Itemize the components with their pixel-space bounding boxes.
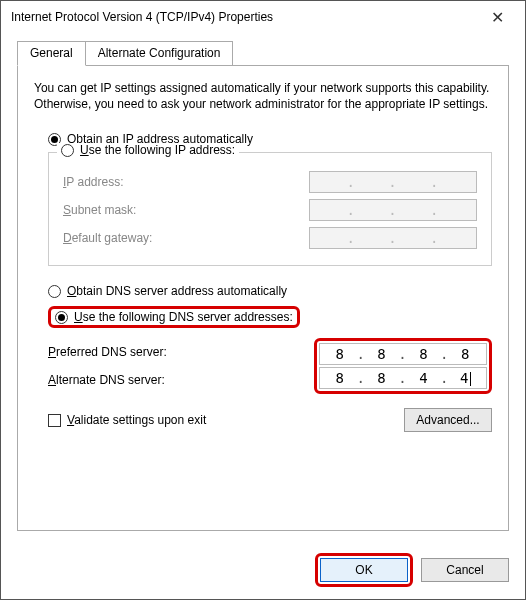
radio-icon — [48, 285, 61, 298]
advanced-button[interactable]: Advanced... — [404, 408, 492, 432]
checkbox-validate[interactable] — [48, 414, 61, 427]
group-use-ip: Use the following IP address: IP address… — [48, 152, 492, 266]
label-alternate-dns: Alternate DNS server: — [48, 369, 314, 391]
input-ip-address: ... — [309, 171, 477, 193]
tabpanel-general: You can get IP settings assigned automat… — [17, 65, 509, 531]
description-text: You can get IP settings assigned automat… — [34, 80, 492, 112]
radio-icon — [55, 311, 68, 324]
label-validate: Validate settings upon exit — [67, 413, 206, 427]
highlight-use-dns: Use the following DNS server addresses: — [48, 306, 300, 328]
input-preferred-dns[interactable]: 8. 8. 8. 8 — [319, 343, 487, 365]
close-icon[interactable]: ✕ — [477, 8, 517, 27]
radio-use-dns[interactable]: Use the following DNS server addresses: — [48, 306, 492, 328]
label-preferred-dns: Preferred DNS server: — [48, 341, 314, 363]
field-ip-address: IP address: ... — [63, 171, 477, 193]
bottom-row: Validate settings upon exit Advanced... — [48, 408, 492, 432]
content-area: General Alternate Configuration You can … — [1, 33, 525, 543]
field-subnet-mask: Subnet mask: ... — [63, 199, 477, 221]
dialog-window: Internet Protocol Version 4 (TCP/IPv4) P… — [0, 0, 526, 600]
ok-button[interactable]: OK — [320, 558, 408, 582]
radio-obtain-dns-auto[interactable]: Obtain DNS server address automatically — [48, 284, 492, 298]
field-default-gateway: Default gateway: ... — [63, 227, 477, 249]
radio-use-ip[interactable]: Use the following IP address: — [57, 143, 239, 157]
dialog-footer: OK Cancel — [1, 543, 525, 599]
text-caret — [470, 372, 471, 386]
dns-fields: Preferred DNS server: Alternate DNS serv… — [48, 338, 492, 394]
radio-icon — [61, 144, 74, 157]
input-alternate-dns[interactable]: 8. 8. 4. 4 — [319, 367, 487, 389]
highlight-ok: OK — [315, 553, 413, 587]
tab-general[interactable]: General — [17, 41, 86, 66]
cancel-button[interactable]: Cancel — [421, 558, 509, 582]
tab-alternate-configuration[interactable]: Alternate Configuration — [85, 41, 234, 65]
highlight-dns-inputs: 8. 8. 8. 8 8. 8. 4. 4 — [314, 338, 492, 394]
input-default-gateway: ... — [309, 227, 477, 249]
tabstrip: General Alternate Configuration — [17, 41, 509, 65]
window-title: Internet Protocol Version 4 (TCP/IPv4) P… — [11, 10, 477, 24]
input-subnet-mask: ... — [309, 199, 477, 221]
titlebar: Internet Protocol Version 4 (TCP/IPv4) P… — [1, 1, 525, 33]
